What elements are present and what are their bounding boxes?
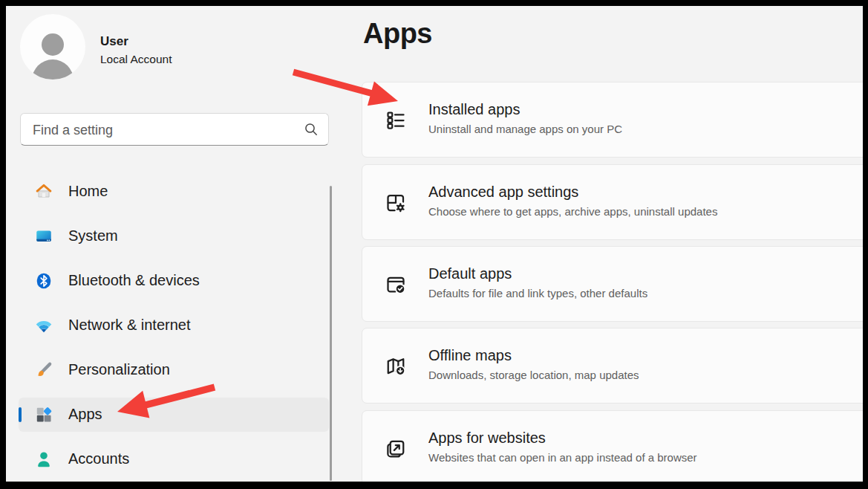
settings-window: { "colors": { "accent": "#0a6cc4", "arro… [0,0,868,489]
card-title: Default apps [428,265,512,282]
sidebar-item-home[interactable]: Home [19,175,329,209]
sidebar-item-apps[interactable]: Apps [19,398,329,432]
sidebar-item-system[interactable]: System [19,219,329,253]
wifi-icon [34,316,53,335]
card-subtitle: Choose where to get apps, archive apps, … [428,205,717,218]
user-account-type: Local Account [100,53,172,66]
home-icon [34,182,53,201]
card-offline-maps[interactable]: Offline maps Downloads, storage location… [362,328,863,404]
selected-indicator [19,407,22,422]
sidebar-item-network-internet[interactable]: Network & internet [19,308,329,343]
avatar[interactable] [20,14,85,80]
card-title: Offline maps [428,347,512,364]
card-title: Installed apps [428,101,520,118]
card-title: Advanced app settings [428,184,578,201]
sidebar-item-bluetooth-devices[interactable]: Bluetooth & devices [19,264,329,298]
card-subtitle: Defaults for file and link types, other … [428,287,647,299]
apps-for-websites-icon [385,438,407,460]
accounts-icon [34,450,53,469]
page-title: Apps [363,18,432,50]
card-subtitle: Uninstall and manage apps on your PC [428,123,622,135]
sidebar-scrollbar[interactable] [330,186,332,481]
user-name: User [100,34,128,49]
sidebar-item-label: Accounts [68,450,129,467]
search-box[interactable] [20,113,329,146]
sidebar-item-personalization[interactable]: Personalization [19,353,329,387]
sidebar-item-accounts[interactable]: Accounts [19,442,329,476]
card-apps-for-websites[interactable]: Apps for websites Websites that can open… [362,410,863,482]
default-apps-icon [385,273,407,296]
sidebar-item-label: Personalization [68,361,170,378]
settings-page: User Local Account Home System [6,6,863,482]
sidebar-item-label: Home [68,183,108,200]
bluetooth-icon [34,271,53,291]
sidebar-item-label: System [68,227,118,244]
system-icon [34,227,53,246]
card-subtitle: Downloads, storage location, map updates [428,369,639,381]
card-title: Apps for websites [428,430,546,447]
advanced-app-settings-icon [385,192,407,214]
card-subtitle: Websites that can open in an app instead… [428,451,697,464]
card-default-apps[interactable]: Default apps Defaults for file and link … [362,246,863,322]
avatar-person-icon [42,33,64,56]
sidebar-item-label: Bluetooth & devices [68,272,200,289]
sidebar-item-label: Apps [68,406,102,423]
sidebar-item-label: Network & internet [68,317,191,334]
search-input[interactable] [31,114,301,146]
search-icon[interactable] [304,123,318,136]
paintbrush-icon [34,360,53,380]
installed-apps-icon [385,109,407,132]
card-advanced-app-settings[interactable]: Advanced app settings Choose where to ge… [362,164,863,240]
apps-icon [34,405,53,424]
offline-maps-icon [385,355,407,378]
card-installed-apps[interactable]: Installed apps Uninstall and manage apps… [362,82,863,158]
